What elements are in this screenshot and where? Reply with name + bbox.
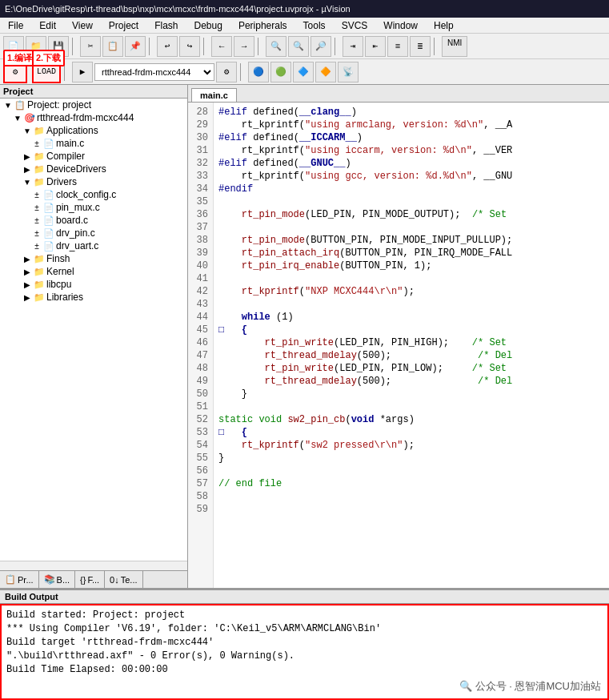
separator-1	[72, 38, 77, 55]
expand-arrow-libcpu: ▶	[22, 280, 32, 289]
tree-item-drvuart[interactable]: ± 📄 drv_uart.c	[0, 239, 187, 252]
project-tab-label: Pr...	[18, 575, 34, 585]
target-dropdown[interactable]: rtthread-frdm-mcxc444	[94, 63, 214, 81]
step2-label: 2.下载	[32, 50, 65, 66]
expand-arrow-pinmux: ±	[32, 203, 42, 212]
debug-btn3[interactable]: 🔷	[293, 62, 314, 82]
separator-6	[434, 38, 439, 55]
debug-btn2[interactable]: 🟢	[270, 62, 291, 82]
folder-icon-drivers: 📁	[34, 177, 45, 187]
target-settings[interactable]: ⚙	[216, 62, 237, 82]
cut-button[interactable]: ✂️	[80, 36, 101, 57]
editor-tab-mainc[interactable]: main.c	[191, 88, 237, 102]
templates-tab-label: Te...	[121, 575, 138, 585]
expand-arrow-compiler: ▶	[22, 152, 32, 161]
menu-item-file[interactable]: File	[5, 18, 26, 33]
menu-item-debug[interactable]: Debug	[191, 18, 226, 33]
tab-templates[interactable]: 0↓ Te...	[105, 571, 142, 588]
tree-item-drvpin[interactable]: ± 📄 drv_pin.c	[0, 227, 187, 239]
tree-label-kernel: Kernel	[46, 266, 74, 277]
tree-item-compiler[interactable]: ▶ 📁 Compiler	[0, 150, 187, 163]
file-icon-clockconfig: 📄	[43, 190, 54, 200]
code-text: #elif defined(__clang__) rt_kprintf("usi…	[214, 103, 609, 588]
find3-button[interactable]: 🔎	[311, 36, 331, 57]
tab-project[interactable]: 📋 Pr...	[0, 571, 39, 588]
expand-arrow-drivers: ▼	[22, 178, 32, 187]
tree-item-project[interactable]: ▼ 📋 Project: project	[0, 99, 187, 111]
undo-button[interactable]: ↩	[157, 36, 178, 57]
expand-arrow-applications: ▼	[22, 127, 32, 135]
outdent-button[interactable]: ⇤	[365, 36, 386, 57]
nmi-button[interactable]: NMI	[442, 36, 467, 57]
tree-item-applications[interactable]: ▼ 📁 Applications	[0, 124, 187, 137]
back-button[interactable]: ←	[211, 36, 232, 57]
tree-scrollbar[interactable]	[0, 561, 187, 570]
folder-icon-finsh: 📁	[34, 254, 45, 264]
tab-functions[interactable]: {} F...	[75, 571, 105, 588]
toolbar-1: 📄 📁 💾 ✂️ 📋 📌 ↩ ↪ ← → 🔍 🔍 🔎 ⇥ ⇤ ≡ ≣ NMI	[0, 34, 609, 59]
tree-label-drvuart: drv_uart.c	[56, 240, 98, 251]
tree-item-devicedrivers[interactable]: ▶ 📁 DeviceDrivers	[0, 163, 187, 175]
build-line-3: Build target 'rtthread-frdm-mcxc444'	[6, 637, 214, 648]
tree-label-libraries: Libraries	[46, 292, 83, 303]
menu-item-edit[interactable]: Edit	[36, 18, 59, 33]
tree-item-libcpu[interactable]: ▶ 📁 libcpu	[0, 278, 187, 291]
separator-7	[64, 63, 69, 81]
tree-item-mainc[interactable]: ± 📄 main.c	[0, 137, 187, 150]
tree-item-clockconfig[interactable]: ± 📄 clock_config.c	[0, 188, 187, 201]
folder-icon-kernel: 📁	[34, 267, 45, 277]
main-area: Project ▼ 📋 Project: project ▼ 🎯 rtthrea…	[0, 85, 609, 700]
find2-button[interactable]: 🔍	[288, 36, 309, 57]
menu-item-help[interactable]: Help	[431, 18, 457, 33]
title-text: E:\OneDrive\gitResp\rt-thread\bsp\nxp\mc…	[5, 4, 351, 14]
forward-button[interactable]: →	[234, 36, 254, 57]
menu-item-tools[interactable]: Tools	[300, 18, 329, 33]
menu-item-peripherals[interactable]: Peripherals	[235, 18, 290, 33]
tree-label-pinmux: pin_mux.c	[56, 202, 100, 213]
separator-4	[258, 38, 262, 55]
menu-item-svcs[interactable]: SVCS	[339, 18, 371, 33]
tb-btn-1[interactable]: ▶	[72, 62, 93, 82]
tree-label-mainc: main.c	[56, 138, 84, 149]
menu-item-flash[interactable]: Flash	[151, 18, 181, 33]
content-area: Project ▼ 📋 Project: project ▼ 🎯 rtthrea…	[0, 85, 609, 588]
outdent2-button[interactable]: ≣	[410, 36, 431, 57]
toolbar-2: ⚙️ 1.编译 LOAD 2.下载 ▶ rtthread-frdm-mcxc44…	[0, 59, 609, 85]
tab-books[interactable]: 📚 B...	[39, 571, 76, 588]
redo-button[interactable]: ↪	[179, 36, 200, 57]
debug-btn5[interactable]: 📡	[338, 62, 359, 82]
build-line-4: ".\build\rtthread.axf" - 0 Error(s), 0 W…	[6, 650, 294, 662]
code-content: 2829303132333435363738394041424344454647…	[188, 103, 609, 588]
tree-item-libraries[interactable]: ▶ 📁 Libraries	[0, 291, 187, 304]
build-output-panel: Build Output Build started: Project: pro…	[0, 588, 609, 700]
file-icon-drvuart: 📄	[43, 241, 54, 251]
copy-button[interactable]: 📋	[102, 36, 123, 57]
panel-tabs: 📋 Pr... 📚 B... {} F... 0↓ Te...	[0, 570, 187, 588]
find-button[interactable]: 🔍	[266, 36, 286, 57]
build-line-5: Build Time Elapsed: 00:00:00	[6, 664, 168, 675]
tree-item-drivers[interactable]: ▼ 📁 Drivers	[0, 175, 187, 188]
menu-item-view[interactable]: View	[69, 18, 96, 33]
tree-item-kernel[interactable]: ▶ 📁 Kernel	[0, 265, 187, 278]
tree-item-rtthread[interactable]: ▼ 🎯 rtthread-frdm-mcxc444	[0, 111, 187, 124]
expand-arrow-kernel: ▶	[22, 268, 32, 276]
tree-item-board[interactable]: ± 📄 board.c	[0, 214, 187, 227]
title-bar: E:\OneDrive\gitResp\rt-thread\bsp\nxp\mc…	[0, 0, 609, 18]
menu-item-window[interactable]: Window	[380, 18, 421, 33]
target-icon: 🎯	[24, 113, 35, 123]
code-editor: main.c 282930313233343536373839404142434…	[188, 85, 609, 588]
tree-label-rtthread: rtthread-frdm-mcxc444	[37, 112, 134, 123]
debug-btn1[interactable]: 🔵	[248, 62, 269, 82]
tree-label-board: board.c	[56, 215, 88, 226]
indent2-button[interactable]: ≡	[387, 36, 408, 57]
file-icon-drvpin: 📄	[43, 228, 54, 239]
expand-arrow-clockconfig: ±	[32, 191, 42, 199]
project-tree[interactable]: ▼ 📋 Project: project ▼ 🎯 rtthread-frdm-m…	[0, 99, 187, 561]
indent-button[interactable]: ⇥	[343, 36, 363, 57]
folder-icon-devicedrivers: 📁	[34, 164, 45, 175]
debug-btn4[interactable]: 🔶	[315, 62, 336, 82]
tree-item-finsh[interactable]: ▶ 📁 Finsh	[0, 252, 187, 265]
paste-button[interactable]: 📌	[125, 36, 146, 57]
tree-item-pinmux[interactable]: ± 📄 pin_mux.c	[0, 201, 187, 214]
menu-item-project[interactable]: Project	[106, 18, 142, 33]
